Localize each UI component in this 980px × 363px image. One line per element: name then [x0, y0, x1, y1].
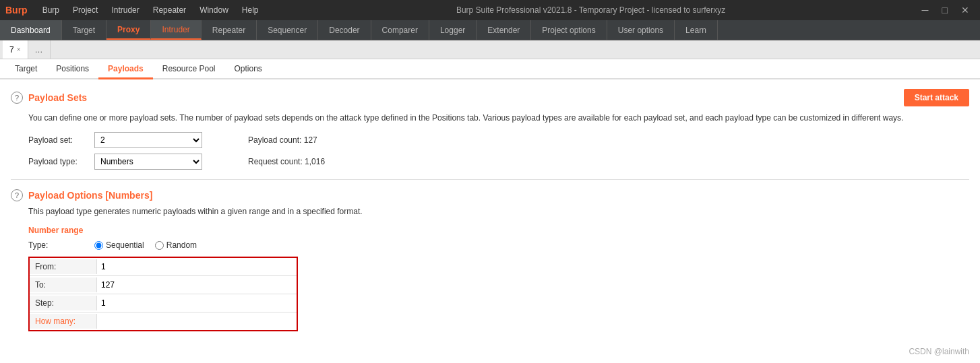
payload-options-section: ? Payload Options [Numbers] This payload… — [11, 189, 969, 331]
request-count: Request count: 1,016 — [248, 157, 325, 166]
radio-group: Sequential Random — [94, 240, 197, 250]
payload-set-label: Payload set: — [28, 135, 89, 145]
type-label: Type: — [28, 240, 89, 250]
nav-user-options[interactable]: User options — [607, 20, 675, 40]
payload-set-select[interactable]: 1 2 3 4 — [94, 132, 202, 148]
watermark: CSDN @lainwith — [909, 347, 969, 356]
tab-7[interactable]: 7 × — [3, 40, 28, 59]
range-row-step: Step: — [30, 294, 297, 312]
menu-help[interactable]: Help — [235, 3, 266, 18]
burp-logo: Burp — [5, 5, 28, 15]
maximize-button[interactable]: □ — [937, 3, 953, 17]
payload-sets-desc: You can define one or more payload sets.… — [28, 112, 969, 124]
step-label: Step: — [30, 296, 97, 310]
start-attack-button[interactable]: Start attack — [904, 89, 969, 106]
subtab-positions[interactable]: Positions — [47, 59, 98, 79]
radio-random-input[interactable] — [155, 241, 164, 250]
radio-random[interactable]: Random — [155, 240, 197, 250]
subtab-payloads[interactable]: Payloads — [98, 59, 153, 79]
payload-type-label: Payload type: — [28, 157, 89, 166]
subtab-target[interactable]: Target — [5, 59, 47, 79]
payload-type-select[interactable]: Simple list Runtime file Custom iterator… — [94, 154, 202, 170]
radio-sequential-input[interactable] — [94, 241, 103, 250]
tab-ellipsis[interactable]: … — [28, 40, 51, 59]
payload-options-help-icon[interactable]: ? — [11, 189, 23, 201]
payload-type-row: Payload type: Simple list Runtime file C… — [28, 154, 969, 170]
minimize-button[interactable]: ─ — [917, 3, 934, 17]
tab-bar: 7 × … — [0, 40, 980, 59]
nav-dashboard[interactable]: Dashboard — [0, 20, 62, 40]
from-label: From: — [30, 259, 97, 274]
nav-repeater[interactable]: Repeater — [202, 20, 257, 40]
nav-extender[interactable]: Extender — [477, 20, 531, 40]
title-bar-left: Burp Burp Project Intruder Repeater Wind… — [5, 3, 266, 18]
menu-burp[interactable]: Burp — [36, 3, 66, 18]
nav-proxy[interactable]: Proxy — [106, 20, 151, 40]
payload-sets-section-header: ? Payload Sets Start attack — [11, 89, 969, 106]
range-row-to: To: — [30, 276, 297, 294]
main-nav: Dashboard Target Proxy Intruder Repeater… — [0, 20, 980, 40]
step-input[interactable] — [97, 294, 297, 312]
subtab-resource-pool[interactable]: Resource Pool — [153, 59, 225, 79]
menu-window[interactable]: Window — [193, 3, 235, 18]
range-table: From: To: Step: How many: — [28, 257, 298, 331]
subtab-options[interactable]: Options — [224, 59, 271, 79]
section-divider — [11, 179, 969, 180]
number-range-label: Number range — [28, 226, 969, 235]
main-content: ? Payload Sets Start attack You can defi… — [0, 79, 980, 363]
type-row: Type: Sequential Random — [28, 240, 969, 250]
tab-label: 7 — [9, 45, 14, 55]
radio-sequential[interactable]: Sequential — [94, 240, 144, 250]
title-bar: Burp Burp Project Intruder Repeater Wind… — [0, 0, 980, 20]
radio-sequential-label: Sequential — [106, 240, 144, 250]
menu-repeater[interactable]: Repeater — [146, 3, 193, 18]
payload-sets-help-icon[interactable]: ? — [11, 92, 23, 104]
radio-random-label: Random — [166, 240, 197, 250]
nav-comparer[interactable]: Comparer — [371, 20, 429, 40]
payload-options-title: Payload Options [Numbers] — [28, 190, 152, 201]
range-row-from: From: — [30, 258, 297, 276]
payload-sets-title: Payload Sets — [28, 92, 87, 103]
to-input[interactable] — [97, 276, 297, 294]
nav-intruder[interactable]: Intruder — [151, 20, 201, 40]
from-input[interactable] — [97, 258, 297, 275]
how-many-label: How many: — [30, 314, 97, 329]
title-bar-menu: Burp Project Intruder Repeater Window He… — [36, 3, 266, 18]
title-bar-title: Burp Suite Professional v2021.8 - Tempor… — [266, 5, 917, 15]
nav-logger[interactable]: Logger — [429, 20, 477, 40]
how-many-input[interactable] — [97, 312, 297, 330]
to-label: To: — [30, 277, 97, 292]
payload-options-desc: This payload type generates numeric payl… — [28, 205, 969, 218]
title-bar-controls: ─ □ ✕ — [917, 3, 975, 17]
payload-set-row: Payload set: 1 2 3 4 Payload count: 127 — [28, 132, 969, 148]
nav-project-options[interactable]: Project options — [531, 20, 607, 40]
nav-learn[interactable]: Learn — [675, 20, 718, 40]
nav-target[interactable]: Target — [62, 20, 106, 40]
payload-sets-title-row: ? Payload Sets — [11, 92, 87, 104]
close-button[interactable]: ✕ — [956, 3, 975, 17]
payload-count: Payload count: 127 — [248, 135, 317, 145]
payload-options-title-row: ? Payload Options [Numbers] — [11, 189, 969, 201]
tab-label: … — [35, 45, 43, 55]
tab-close-icon[interactable]: × — [17, 46, 21, 53]
nav-decoder[interactable]: Decoder — [318, 20, 371, 40]
menu-project[interactable]: Project — [66, 3, 104, 18]
nav-sequencer[interactable]: Sequencer — [257, 20, 318, 40]
range-row-howmany: How many: — [30, 312, 297, 330]
sub-tabs: Target Positions Payloads Resource Pool … — [0, 59, 980, 79]
menu-intruder[interactable]: Intruder — [104, 3, 146, 18]
